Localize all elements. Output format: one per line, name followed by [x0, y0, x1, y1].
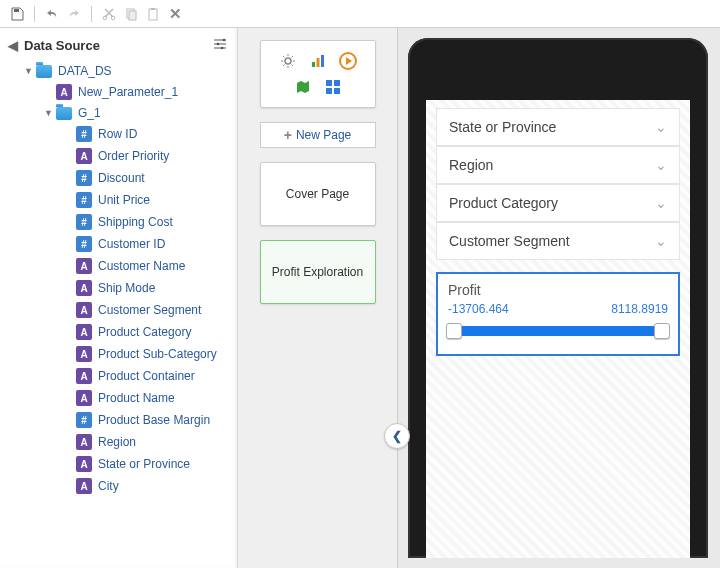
- tree-node[interactable]: #Shipping Cost: [6, 211, 233, 233]
- chevron-down-icon: ⌄: [655, 119, 667, 135]
- separator: [91, 6, 92, 22]
- pages-panel: + New Page Cover PageProfit Exploration …: [238, 28, 398, 568]
- save-icon[interactable]: [8, 5, 26, 23]
- numeric-field-icon: #: [76, 192, 92, 208]
- copy-icon[interactable]: [122, 5, 140, 23]
- chevron-down-icon: ⌄: [655, 195, 667, 211]
- tree-node-label: Product Category: [98, 325, 191, 339]
- tree-node[interactable]: ANew_Parameter_1: [6, 81, 233, 103]
- tree-node[interactable]: AProduct Sub-Category: [6, 343, 233, 365]
- page-thumbnail[interactable]: Cover Page: [260, 162, 376, 226]
- tree-node[interactable]: ARegion: [6, 431, 233, 453]
- text-field-icon: A: [76, 148, 92, 164]
- tree-node-label: DATA_DS: [58, 64, 112, 78]
- cut-icon[interactable]: [100, 5, 118, 23]
- text-field-icon: A: [76, 302, 92, 318]
- svg-point-8: [217, 43, 220, 46]
- svg-point-7: [223, 39, 226, 42]
- page-label: Cover Page: [286, 187, 349, 201]
- svg-point-10: [285, 58, 291, 64]
- paste-icon[interactable]: [144, 5, 162, 23]
- page-label: Profit Exploration: [272, 265, 363, 279]
- plus-icon: +: [284, 127, 292, 143]
- device-screen: State or Province⌄Region⌄Product Categor…: [426, 100, 690, 558]
- filter-row[interactable]: Product Category⌄: [436, 184, 680, 222]
- tree-node[interactable]: ▼DATA_DS: [6, 61, 233, 81]
- device-frame: State or Province⌄Region⌄Product Categor…: [408, 38, 708, 558]
- tree-node-label: Row ID: [98, 127, 137, 141]
- tree-node[interactable]: ACity: [6, 475, 233, 497]
- slider-range-bar: [452, 326, 664, 336]
- data-source-tree: ▼DATA_DSANew_Parameter_1▼G_1#Row IDAOrde…: [0, 59, 237, 568]
- tree-node[interactable]: AProduct Category: [6, 321, 233, 343]
- profit-filter-title: Profit: [448, 282, 668, 298]
- tree-node-label: G_1: [78, 106, 101, 120]
- folder-icon: [36, 65, 52, 78]
- tree-node-label: Shipping Cost: [98, 215, 173, 229]
- twisty-icon[interactable]: ▼: [24, 66, 34, 76]
- text-field-icon: A: [76, 280, 92, 296]
- tree-node-label: Customer Name: [98, 259, 185, 273]
- filter-label: Customer Segment: [449, 233, 570, 249]
- tree-node[interactable]: AState or Province: [6, 453, 233, 475]
- slider-handle-max[interactable]: [654, 323, 670, 339]
- play-icon: [338, 51, 358, 71]
- tree-node[interactable]: #Product Base Margin: [6, 409, 233, 431]
- new-page-button[interactable]: + New Page: [260, 122, 376, 148]
- tree-node[interactable]: AOrder Priority: [6, 145, 233, 167]
- tree-node[interactable]: ACustomer Name: [6, 255, 233, 277]
- panel-options-icon[interactable]: [213, 38, 227, 53]
- gear-icon: [278, 51, 298, 71]
- map-icon: [293, 77, 313, 97]
- delete-icon[interactable]: ✕: [166, 5, 184, 23]
- filter-row[interactable]: Region⌄: [436, 146, 680, 184]
- folder-icon: [56, 107, 72, 120]
- profit-slider[interactable]: [448, 322, 668, 340]
- collapse-icon[interactable]: ◀: [8, 38, 18, 53]
- grid-icon: [323, 77, 343, 97]
- top-toolbar: ✕: [0, 0, 720, 28]
- text-field-icon: A: [56, 84, 72, 100]
- tree-node[interactable]: #Unit Price: [6, 189, 233, 211]
- tree-node-label: Order Priority: [98, 149, 169, 163]
- tree-node-label: Product Container: [98, 369, 195, 383]
- svg-rect-6: [151, 8, 155, 10]
- text-field-icon: A: [76, 390, 92, 406]
- tree-node[interactable]: #Discount: [6, 167, 233, 189]
- tree-node[interactable]: ▼G_1: [6, 103, 233, 123]
- tree-node[interactable]: #Row ID: [6, 123, 233, 145]
- tree-node-label: Product Sub-Category: [98, 347, 217, 361]
- tree-node[interactable]: AShip Mode: [6, 277, 233, 299]
- svg-rect-13: [321, 55, 324, 67]
- chart-icon: [308, 51, 328, 71]
- panel-title: Data Source: [24, 38, 100, 53]
- filter-row[interactable]: Customer Segment⌄: [436, 222, 680, 260]
- tree-node-label: City: [98, 479, 119, 493]
- panel-collapse-handle[interactable]: ❮: [384, 423, 410, 449]
- chevron-left-icon: ❮: [392, 429, 402, 443]
- numeric-field-icon: #: [76, 236, 92, 252]
- tree-node-label: Customer Segment: [98, 303, 201, 317]
- tree-node[interactable]: ACustomer Segment: [6, 299, 233, 321]
- canvas-area: State or Province⌄Region⌄Product Categor…: [398, 28, 720, 568]
- tree-node-label: State or Province: [98, 457, 190, 471]
- slider-handle-min[interactable]: [446, 323, 462, 339]
- twisty-icon[interactable]: ▼: [44, 108, 54, 118]
- page-thumbnail[interactable]: Profit Exploration: [260, 240, 376, 304]
- tree-node[interactable]: AProduct Name: [6, 387, 233, 409]
- svg-rect-16: [334, 80, 340, 86]
- text-field-icon: A: [76, 324, 92, 340]
- tree-node[interactable]: #Customer ID: [6, 233, 233, 255]
- chevron-down-icon: ⌄: [655, 233, 667, 249]
- undo-icon[interactable]: [43, 5, 61, 23]
- new-page-label: New Page: [296, 128, 351, 142]
- profit-filter-card[interactable]: Profit -13706.464 8118.8919: [436, 272, 680, 356]
- filter-row[interactable]: State or Province⌄: [436, 108, 680, 146]
- profit-max-value: 8118.8919: [611, 302, 668, 316]
- tree-node[interactable]: AProduct Container: [6, 365, 233, 387]
- separator: [34, 6, 35, 22]
- insert-palette[interactable]: [260, 40, 376, 108]
- svg-rect-12: [316, 58, 319, 67]
- redo-icon[interactable]: [65, 5, 83, 23]
- tree-node-label: Product Base Margin: [98, 413, 210, 427]
